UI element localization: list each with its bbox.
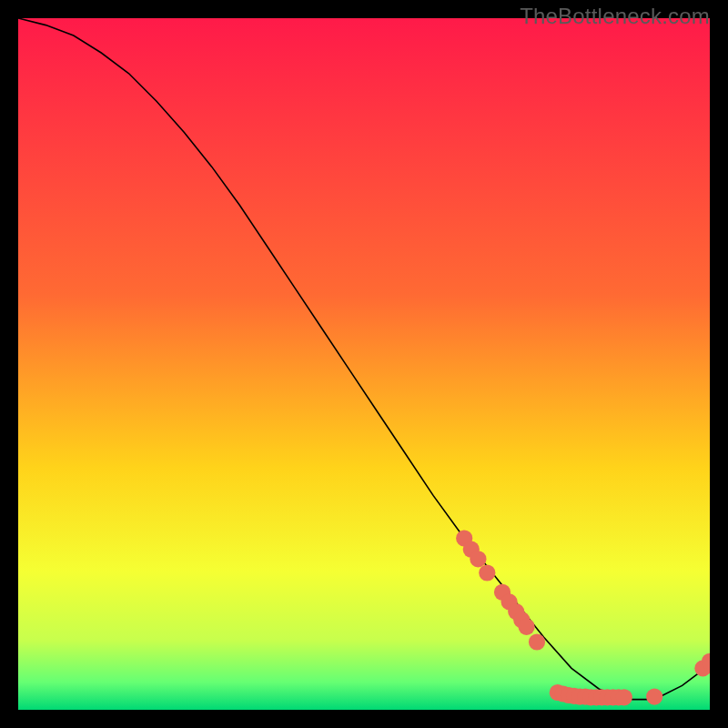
highlight-dot [470,551,486,567]
highlight-dot [529,633,545,650]
chart-stage: TheBottleneck.com [0,0,728,728]
watermark-text: TheBottleneck.com [520,4,710,29]
highlight-dot [479,564,495,581]
highlight-dot [646,689,662,705]
highlight-dot [519,619,535,635]
gradient-background [18,18,710,710]
highlight-dot [616,689,632,705]
gradient-plot [18,18,710,710]
